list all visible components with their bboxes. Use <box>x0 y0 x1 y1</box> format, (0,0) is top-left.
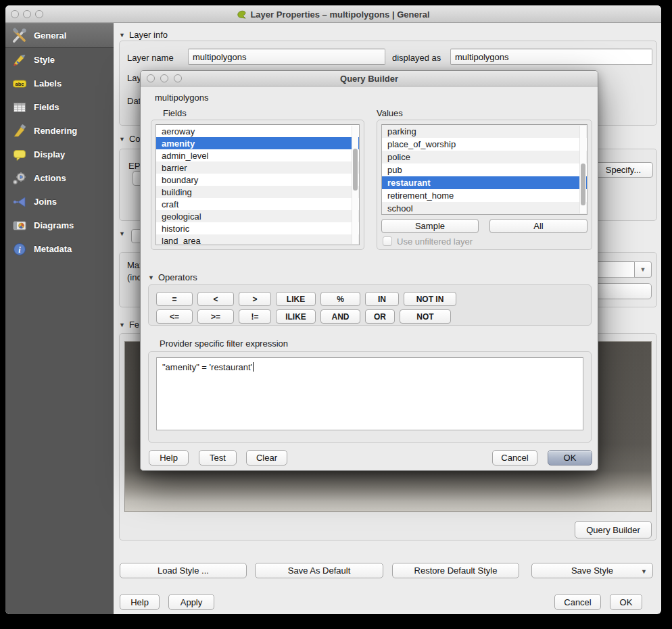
value-item[interactable]: parking <box>382 125 587 138</box>
window-title: Layer Properties – multipolygons | Gener… <box>5 5 661 23</box>
field-item[interactable]: land_area <box>156 234 359 245</box>
filter-expression-input[interactable]: "amenity" = 'restaurant' <box>156 357 583 430</box>
specify-crs-button[interactable]: Specify... <box>594 162 653 178</box>
dialog-title-text: Query Builder <box>340 74 398 84</box>
sidebar-item-actions[interactable]: Actions <box>5 166 114 190</box>
value-item[interactable]: retirement_home <box>382 189 587 202</box>
operators-header[interactable]: ▼ Operators <box>148 272 197 282</box>
help-button[interactable]: Help <box>120 594 160 610</box>
layer-name-input[interactable] <box>188 49 385 65</box>
value-item[interactable]: school <box>382 202 587 215</box>
load-style-button-label: Load Style ... <box>158 565 209 576</box>
dialog-ok-button[interactable]: OK <box>548 450 592 466</box>
window-titlebar[interactable]: Layer Properties – multipolygons | Gener… <box>5 5 661 23</box>
value-item[interactable]: police <box>382 151 587 163</box>
qgis-logo-icon <box>237 9 247 20</box>
layer-name-label: Layer name <box>127 53 174 63</box>
operator-not-button[interactable]: NOT <box>400 309 451 324</box>
dialog-ok-button-label: OK <box>564 453 577 463</box>
operator-and-button[interactable]: AND <box>320 309 360 324</box>
disclosure-triangle-icon[interactable]: ▼ <box>119 32 125 39</box>
value-item-selected[interactable]: restaurant <box>382 176 587 189</box>
brush-icon <box>11 122 28 140</box>
field-item[interactable]: barrier <box>156 161 359 174</box>
dialog-help-button[interactable]: Help <box>149 450 189 466</box>
field-item[interactable]: historic <box>156 222 359 234</box>
sidebar-item-display[interactable]: Display <box>5 143 114 166</box>
sidebar-item-joins[interactable]: Joins <box>5 190 114 213</box>
values-list[interactable]: parking place_of_worship police pub rest… <box>381 124 587 215</box>
operator-less-equal-button[interactable]: <= <box>156 309 193 324</box>
values-scrollbar-thumb[interactable] <box>581 163 585 205</box>
clear-button-label: Clear <box>256 453 277 463</box>
field-item-selected[interactable]: amenity <box>156 137 359 149</box>
load-style-button[interactable]: Load Style ... <box>120 563 247 578</box>
save-as-default-button[interactable]: Save As Default <box>255 563 383 578</box>
value-item[interactable]: place_of_worship <box>382 138 587 151</box>
sidebar-item-fields[interactable]: Fields <box>5 95 114 119</box>
apply-button[interactable]: Apply <box>168 594 214 610</box>
layer-properties-window: Layer Properties – multipolygons | Gener… <box>5 5 661 614</box>
field-item[interactable]: aeroway <box>156 125 359 137</box>
fields-scrollbar[interactable] <box>352 126 358 244</box>
displayed-as-label: displayed as <box>392 53 441 63</box>
crs-header[interactable]: ▼ Co <box>119 134 141 144</box>
field-item[interactable]: boundary <box>156 174 359 186</box>
disclosure-triangle-icon[interactable]: ▼ <box>119 322 125 328</box>
values-scrollbar[interactable] <box>579 126 586 213</box>
field-item[interactable]: craft <box>156 198 359 210</box>
sidebar-item-diagrams[interactable]: Diagrams <box>5 213 114 237</box>
operator-not-in-button[interactable]: NOT IN <box>404 292 456 306</box>
operator-equals-button[interactable]: = <box>156 292 193 306</box>
operator-not-equal-button[interactable]: != <box>239 309 271 324</box>
scale-combo-arrow-button[interactable]: ▼ <box>634 261 652 278</box>
restore-default-style-button[interactable]: Restore Default Style <box>392 563 519 578</box>
text-cursor <box>253 362 254 372</box>
operator-ilike-button[interactable]: ILIKE <box>276 309 316 324</box>
clear-button[interactable]: Clear <box>246 450 287 466</box>
operators-header-label: Operators <box>158 272 197 282</box>
operator-greater-equal-button[interactable]: >= <box>197 309 234 324</box>
field-item[interactable]: building <box>156 186 359 198</box>
operator-greater-than-button[interactable]: > <box>239 292 271 306</box>
query-builder-dialog: Query Builder multipolygons Fields Value… <box>140 70 598 471</box>
scale-visibility-header[interactable]: ▼ <box>119 230 125 237</box>
dialog-title: Query Builder <box>141 71 598 86</box>
field-item[interactable]: admin_level <box>156 149 359 161</box>
ok-button[interactable]: OK <box>610 594 642 610</box>
disclosure-triangle-icon[interactable]: ▼ <box>148 274 154 281</box>
disclosure-triangle-icon[interactable]: ▼ <box>119 136 125 143</box>
fields-scrollbar-thumb[interactable] <box>353 149 358 191</box>
operator-or-button[interactable]: OR <box>365 309 395 324</box>
operator-in-button[interactable]: IN <box>365 292 399 306</box>
dialog-cancel-button[interactable]: Cancel <box>492 450 537 466</box>
cancel-button-label: Cancel <box>564 597 591 607</box>
disclosure-triangle-icon[interactable]: ▼ <box>119 230 125 237</box>
cancel-button[interactable]: Cancel <box>554 594 601 610</box>
sidebar-item-label: General <box>34 30 66 41</box>
field-item[interactable]: geological <box>156 210 359 222</box>
sidebar-item-metadata[interactable]: i Metadata <box>5 237 114 261</box>
feature-subset-header[interactable]: ▼ Fe <box>119 320 139 330</box>
operators-row-1: = < > LIKE % IN NOT IN <box>156 292 456 306</box>
crs-header-label-partial: Co <box>129 134 141 144</box>
query-builder-button[interactable]: Query Builder <box>575 521 652 538</box>
all-button[interactable]: All <box>489 219 587 233</box>
dialog-titlebar[interactable]: Query Builder <box>141 71 598 86</box>
operator-percent-button[interactable]: % <box>320 292 360 306</box>
dialog-layer-name-label: multipolygons <box>155 93 209 103</box>
fields-list[interactable]: aeroway amenity admin_level barrier boun… <box>155 124 360 245</box>
use-unfiltered-checkbox[interactable] <box>383 236 392 246</box>
operator-less-than-button[interactable]: < <box>197 292 234 306</box>
sidebar-item-style[interactable]: Style <box>5 48 114 72</box>
sidebar-item-rendering[interactable]: Rendering <box>5 119 114 143</box>
sidebar-item-general[interactable]: General <box>5 23 114 48</box>
layer-info-header[interactable]: ▼ Layer info <box>119 30 168 40</box>
test-button[interactable]: Test <box>199 450 237 466</box>
sample-button[interactable]: Sample <box>381 219 479 233</box>
sidebar-item-labels[interactable]: abc Labels <box>5 72 114 95</box>
displayed-as-input[interactable] <box>450 49 652 65</box>
value-item[interactable]: pub <box>382 163 587 176</box>
operator-like-button[interactable]: LIKE <box>276 292 316 306</box>
save-style-button[interactable]: Save Style ▼ <box>531 563 653 578</box>
